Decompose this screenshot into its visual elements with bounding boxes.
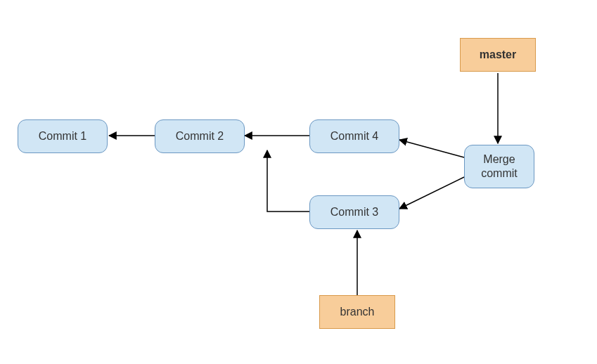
commit-2-node: Commit 2 bbox=[155, 119, 245, 153]
merge-commit-label: Merge commit bbox=[481, 152, 518, 181]
commit-1-node: Commit 1 bbox=[18, 119, 108, 153]
branch-label-text: branch bbox=[340, 305, 375, 319]
arrow-c3-c2 bbox=[267, 150, 309, 212]
branch-label: branch bbox=[319, 295, 395, 329]
commit-2-label: Commit 2 bbox=[176, 129, 224, 143]
merge-commit-node: Merge commit bbox=[464, 145, 534, 188]
commit-3-label: Commit 3 bbox=[330, 205, 378, 219]
commit-1-label: Commit 1 bbox=[39, 129, 86, 143]
arrow-merge-c4 bbox=[399, 140, 464, 157]
arrow-merge-c3 bbox=[399, 177, 464, 209]
master-branch-label: master bbox=[460, 38, 536, 72]
master-label-text: master bbox=[480, 48, 516, 62]
commit-4-node: Commit 4 bbox=[309, 119, 399, 153]
commit-4-label: Commit 4 bbox=[330, 129, 378, 143]
commit-3-node: Commit 3 bbox=[309, 195, 399, 229]
